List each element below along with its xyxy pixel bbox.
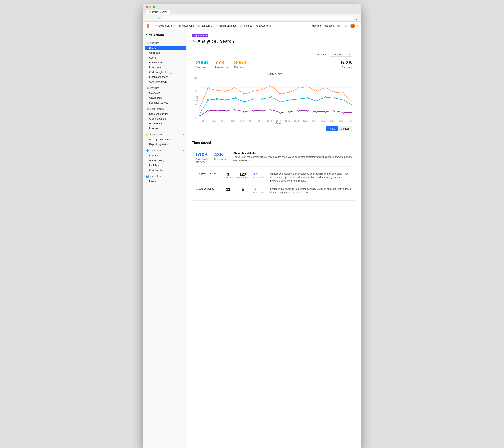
new-tab-button[interactable]: + [172, 10, 176, 14]
sidebar-item-usage-stats[interactable]: Usage stats [143, 95, 187, 100]
sidebar-item-repository-status[interactable]: Repository status [143, 142, 187, 147]
sidebar-item-manage-code-hosts[interactable]: Manage code hosts [143, 137, 187, 142]
sidebar-item-code-insights[interactable]: Code insights (soon) [143, 70, 187, 75]
nav-item-batch-changes[interactable]: ⚡ Batch Changes [214, 23, 238, 28]
time-saved-stat-hours: 43K Hours saved [214, 152, 227, 161]
repositories-chevron: ▾ [183, 134, 184, 136]
refresh-button[interactable]: ↻ [157, 16, 161, 20]
sidebar-section-configuration[interactable]: ⚙️ Configuration ▾ [143, 106, 187, 111]
svg-point-47 [252, 110, 254, 111]
svg-point-37 [325, 96, 326, 98]
sidebar-section-code-graph[interactable]: 🔷 Code graph ▾ [143, 148, 187, 153]
sidebar-item-overview-analytics[interactable]: Overview (soon) [143, 79, 187, 84]
complex-searches-saved: 31K Hours saved [252, 172, 267, 178]
file-opens-label: File opens [341, 66, 352, 69]
sidebar-item-feature-flags[interactable]: Feature flags [143, 121, 187, 126]
svg-point-7 [216, 90, 218, 91]
configuration-section-icon: ⚙️ [146, 107, 149, 110]
sidebar-section-statistics[interactable]: ⚙️ Statistics ▾ [143, 85, 187, 91]
x-label-21jul: 21 Jul [330, 120, 334, 122]
file-opens-value: 5.2K [341, 60, 352, 66]
sidebar-item-uploads[interactable]: Uploads [143, 153, 187, 158]
date-range-select[interactable]: Last week Last month Last 3 months Last … [330, 52, 352, 57]
nav-item-extensions[interactable]: 🔌 Extensions [254, 23, 273, 28]
svg-point-14 [280, 94, 281, 95]
sidebar-item-users[interactable]: Users [143, 55, 187, 60]
metrics-row: 206K Searches 77K Result clicks 305K Fil… [196, 60, 352, 69]
active-tab[interactable]: Analytics / Search [146, 10, 170, 14]
uniques-button[interactable]: Uniques [338, 126, 352, 131]
hours-saved-label: Hours saved [214, 158, 227, 161]
tab-title: Analytics / Search [149, 11, 167, 13]
terminal-button[interactable]: ⌨️ [336, 23, 341, 29]
sidebar-item-notebooks[interactable]: Notebooks [143, 65, 187, 70]
sidebar-section-users-auth[interactable]: 👥 Users & auth ▾ [143, 174, 187, 179]
sidebar-item-auto-indexing[interactable]: Auto-indexing [143, 158, 187, 163]
notebooks-icon: 📓 [178, 24, 181, 27]
nav-item-code-search[interactable]: 🔍 Code Search ▾ [153, 23, 176, 28]
nav-item-monitoring[interactable]: 📊 Monitoring [196, 23, 214, 28]
sidebar-item-extensions[interactable]: Extensions (soon) [143, 75, 187, 79]
address-bar[interactable] [163, 16, 353, 20]
svg-point-48 [262, 110, 263, 111]
time-saved-top: 510K Searches &file views 43K Hours save… [196, 152, 352, 167]
svg-point-12 [262, 89, 263, 90]
svg-point-54 [316, 111, 317, 112]
back-button[interactable]: ← [146, 16, 150, 20]
x-label-07jul: 07 Jul [267, 120, 272, 122]
sidebar-item-feedback-survey[interactable]: Feedback survey [143, 100, 187, 105]
svg-point-26 [226, 99, 227, 101]
sidebar-item-site-configuration[interactable]: Site configuration [143, 111, 187, 116]
browser-menu-button[interactable]: ⋮ [355, 16, 358, 20]
feedback-link[interactable]: Feedback [323, 24, 334, 27]
svg-point-17 [307, 86, 308, 87]
svg-point-24 [207, 99, 209, 101]
complex-searches-desc: Without Sourcegraph, these searches woul… [270, 172, 352, 182]
svg-point-19 [325, 87, 326, 88]
sidebar-item-users-auth-users[interactable]: Users [143, 179, 187, 184]
cloud-button[interactable]: ☁️ [343, 23, 348, 29]
svg-point-58 [352, 112, 352, 113]
searches-label: Searches [196, 66, 209, 69]
svg-point-43 [216, 110, 218, 111]
sidebar-section-analytics[interactable]: 📉 Analytics ▾ [143, 40, 187, 46]
x-label-25jun: 25 Jun [212, 120, 217, 122]
app-container: 🔍 Code Search ▾ 📓 Notebooks 📊 Monitoring… [143, 22, 361, 448]
svg-point-9 [235, 87, 236, 88]
sidebar-item-license[interactable]: License [143, 126, 187, 131]
svg-point-56 [334, 110, 335, 111]
stats-card: Date range Last week Last month Last 3 m… [192, 48, 356, 137]
close-button[interactable] [146, 6, 148, 8]
sidebar-item-code-graph-configuration[interactable]: Configuration [143, 168, 187, 173]
complex-searches-label: Complex searches [196, 172, 219, 175]
maximize-button[interactable] [153, 6, 155, 8]
global-searches-desc: Searches that leverage Sourcegraph's abi… [270, 187, 352, 194]
sidebar-item-search[interactable]: Search [144, 46, 186, 50]
svg-point-35 [307, 97, 308, 99]
x-label-01jul: 01 Jul [240, 120, 245, 122]
svg-point-22 [352, 101, 352, 103]
browser-chrome: Analytics / Search + [143, 4, 361, 15]
analytics-link[interactable]: Analytics [310, 24, 321, 27]
avatar-dropdown-icon[interactable]: ▾ [357, 25, 358, 27]
sidebar-title: Site Admin [143, 33, 187, 40]
sidebar-item-global-settings[interactable]: Global settings [143, 116, 187, 121]
forward-button[interactable]: → [151, 16, 156, 20]
svg-point-32 [280, 101, 281, 103]
sidebar-item-statistics-overview[interactable]: Overview [143, 91, 187, 95]
totals-button[interactable]: Totals [326, 126, 338, 131]
minimize-button[interactable] [149, 6, 151, 8]
sidebar-item-code-intel[interactable]: Code intel [143, 50, 187, 55]
x-label-15jul: 15 Jul [303, 120, 307, 122]
sidebar-item-batch-changes[interactable]: Batch changes [143, 60, 187, 65]
svg-point-50 [280, 112, 281, 113]
nav-item-notebooks[interactable]: 📓 Notebooks [177, 23, 195, 28]
time-saved-title: Time saved [192, 141, 356, 145]
app-logo[interactable] [146, 24, 150, 28]
user-avatar[interactable] [350, 23, 355, 28]
sidebar-section-repositories[interactable]: 📁 Repositories ▾ [143, 132, 187, 137]
sidebar-item-lockfiles[interactable]: Lockfiles [143, 163, 187, 168]
svg-point-38 [334, 97, 335, 99]
global-searches-label: Global searches [196, 187, 219, 190]
nav-item-insights[interactable]: 📈 Insights [238, 23, 254, 28]
